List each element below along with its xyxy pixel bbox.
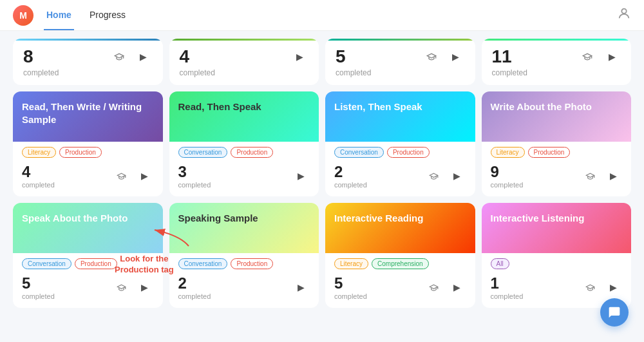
stat-label-0: completed xyxy=(23,68,153,77)
stat-actions-2: ▶ xyxy=(422,48,465,66)
card-header-6: Interactive Reading xyxy=(325,203,475,253)
card-count-4: 5 completed xyxy=(22,274,55,300)
grad-icon-card-6[interactable] xyxy=(425,278,443,296)
stat-number-1: 4 xyxy=(180,46,190,67)
card-header-7: Interactive Listening xyxy=(482,203,632,253)
grad-icon-2[interactable] xyxy=(422,48,440,66)
tag-production-0: Production xyxy=(59,147,102,158)
card-stats-7: 1 completed ▶ xyxy=(491,274,623,300)
activity-card-3: Write About the Photo LiteracyProduction… xyxy=(482,91,632,196)
stat-row-1: 4 ▶ xyxy=(180,46,309,67)
card-count-6: 5 completed xyxy=(334,274,367,300)
grad-icon-card-4[interactable] xyxy=(113,278,131,296)
card-label-7: completed xyxy=(491,292,524,300)
card-tags-2: ConversationProduction xyxy=(334,147,466,158)
card-stats-1: 3 completed ▶ xyxy=(178,163,310,189)
card-number-0: 4 xyxy=(22,163,55,181)
grad-icon-card-7[interactable] xyxy=(581,278,599,296)
card-actions-4: ▶ xyxy=(113,278,154,296)
card-body-5: ConversationProduction 2 completed ▶ xyxy=(169,253,319,308)
card-label-1: completed xyxy=(178,181,211,189)
stat-row-2: 5 ▶ xyxy=(336,46,465,67)
stat-actions-1: ▶ xyxy=(290,48,308,66)
play-icon-0[interactable]: ▶ xyxy=(135,48,153,66)
card-actions-1: ▶ xyxy=(292,167,310,185)
stat-label-2: completed xyxy=(336,68,465,77)
card-tags-1: ConversationProduction xyxy=(178,147,310,158)
nav-tabs: Home Progress xyxy=(44,0,128,30)
card-number-6: 5 xyxy=(334,274,367,292)
card-actions-7: ▶ xyxy=(581,278,622,296)
stat-card-3: 11 ▶ completed xyxy=(482,39,632,85)
tab-progress[interactable]: Progress xyxy=(87,0,128,30)
card-body-3: LiteracyProduction 9 completed ▶ xyxy=(482,142,632,196)
card-number-7: 1 xyxy=(491,274,524,292)
play-btn-card-6[interactable]: ▶ xyxy=(448,278,466,296)
card-tags-7: All xyxy=(491,258,623,269)
play-icon-1[interactable]: ▶ xyxy=(290,48,308,66)
grad-icon-0[interactable] xyxy=(110,48,128,66)
play-icon-3[interactable]: ▶ xyxy=(603,48,621,66)
card-count-1: 3 completed xyxy=(178,163,211,189)
tag-comprehension-6: Comprehension xyxy=(372,258,429,269)
tag-conversation-5: Conversation xyxy=(178,258,228,269)
activity-card-2: Listen, Then Speak ConversationProductio… xyxy=(325,91,475,196)
activity-card-6: Interactive Reading LiteracyComprehensio… xyxy=(325,203,475,308)
chat-fab-button[interactable] xyxy=(600,298,629,327)
card-stats-2: 2 completed ▶ xyxy=(334,163,466,189)
card-actions-0: ▶ xyxy=(113,167,154,185)
card-stats-5: 2 completed ▶ xyxy=(178,274,310,300)
card-count-5: 2 completed xyxy=(178,274,211,300)
card-tags-5: ConversationProduction xyxy=(178,258,310,269)
card-label-2: completed xyxy=(334,181,367,189)
stat-label-1: completed xyxy=(180,68,309,77)
card-number-3: 9 xyxy=(491,163,524,181)
play-btn-card-7[interactable]: ▶ xyxy=(604,278,622,296)
top-stats-row: 8 ▶ completed 4 ▶ completed 5 xyxy=(13,39,631,85)
stat-card-2: 5 ▶ completed xyxy=(325,39,475,85)
play-icon-2[interactable]: ▶ xyxy=(447,48,465,66)
tag-literacy-6: Literacy xyxy=(334,258,368,269)
activity-card-1: Read, Then Speak ConversationProduction … xyxy=(169,91,319,196)
stat-number-3: 11 xyxy=(492,46,512,67)
card-section: Read, Then Write / Writing Sample Litera… xyxy=(13,91,631,308)
tag-all-7: All xyxy=(491,258,509,269)
logo-text: M xyxy=(19,10,27,21)
card-count-2: 2 completed xyxy=(334,163,367,189)
card-body-2: ConversationProduction 2 completed ▶ xyxy=(325,142,475,196)
header: M Home Progress xyxy=(0,0,644,31)
card-body-6: LiteracyComprehension 5 completed ▶ xyxy=(325,253,475,308)
card-tags-0: LiteracyProduction xyxy=(22,147,154,158)
stat-row-3: 11 ▶ xyxy=(492,46,621,67)
main-content: 8 ▶ completed 4 ▶ completed 5 xyxy=(0,31,644,316)
play-btn-card-3[interactable]: ▶ xyxy=(604,167,622,185)
tag-conversation-4: Conversation xyxy=(22,258,71,269)
play-btn-card-2[interactable]: ▶ xyxy=(448,167,466,185)
play-btn-card-1[interactable]: ▶ xyxy=(292,167,310,185)
card-number-1: 3 xyxy=(178,163,211,181)
play-btn-card-4[interactable]: ▶ xyxy=(136,278,154,296)
tab-home[interactable]: Home xyxy=(44,0,74,30)
logo[interactable]: M xyxy=(13,5,33,26)
grad-icon-card-2[interactable] xyxy=(425,167,443,185)
tag-conversation-2: Conversation xyxy=(334,147,384,158)
grad-icon-card-3[interactable] xyxy=(581,167,599,185)
user-icon[interactable] xyxy=(617,6,631,24)
grad-icon-card-0[interactable] xyxy=(113,167,131,185)
activity-cards-grid: Read, Then Write / Writing Sample Litera… xyxy=(13,91,631,308)
card-header-2: Listen, Then Speak xyxy=(325,91,475,142)
play-btn-card-0[interactable]: ▶ xyxy=(136,167,154,185)
card-body-4: ConversationProduction 5 completed ▶ xyxy=(13,253,163,308)
card-label-4: completed xyxy=(22,292,55,300)
card-body-0: LiteracyProduction 4 completed ▶ xyxy=(13,142,163,196)
tag-production-4: Production xyxy=(75,258,117,269)
card-label-5: completed xyxy=(178,292,211,300)
card-count-7: 1 completed xyxy=(491,274,524,300)
stat-label-3: completed xyxy=(492,68,621,77)
stat-actions-3: ▶ xyxy=(578,48,621,66)
play-btn-card-5[interactable]: ▶ xyxy=(292,278,310,296)
stat-row-0: 8 ▶ xyxy=(23,46,153,67)
tag-production-2: Production xyxy=(387,147,430,158)
grad-icon-3[interactable] xyxy=(578,48,596,66)
activity-card-7: Interactive Listening All 1 completed ▶ xyxy=(482,203,632,308)
